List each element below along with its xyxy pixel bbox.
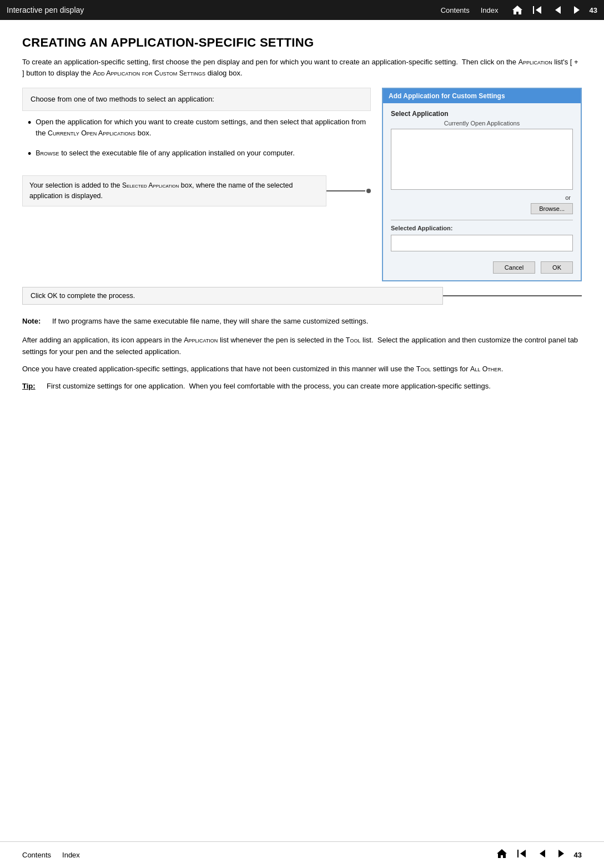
bullet-text-2: Browse to select the executable file of … [36, 148, 294, 159]
main-content: CREATING AN APPLICATION-SPECIFIC SETTING… [0, 20, 604, 409]
top-contents-link[interactable]: Contents [441, 6, 470, 14]
note-label: Note: [22, 316, 47, 327]
cancel-button[interactable]: Cancel [493, 261, 535, 274]
intro-paragraph: To create an application-specific settin… [22, 57, 582, 79]
note-text: If two programs have the same executable… [52, 316, 368, 327]
top-navigation-bar: Interactive pen display Contents Index [0, 0, 604, 20]
home-icon[interactable] [510, 4, 525, 16]
top-index-link[interactable]: Index [481, 6, 499, 14]
top-nav-area: Contents Index [441, 4, 597, 16]
bottom-nav-icons: 43 [494, 847, 582, 862]
bullet-item-2: • Browse to select the executable file o… [28, 148, 371, 159]
dialog-title-text: Add Application for Custom Settings [389, 92, 505, 100]
or-text: or [391, 194, 573, 201]
svg-marker-7 [520, 850, 526, 857]
first-page-icon[interactable] [530, 4, 545, 16]
svg-marker-8 [540, 850, 545, 857]
currently-open-label: Currently Open Applications [391, 120, 573, 127]
note-section: Note: If two programs have the same exec… [22, 316, 582, 327]
svg-marker-3 [555, 6, 561, 14]
click-ok-section: Click OK to complete the process. [22, 287, 582, 305]
right-column: Add Application for Custom Settings Sele… [382, 88, 582, 281]
two-column-layout: Choose from one of two methods to select… [22, 88, 582, 281]
svg-marker-4 [574, 6, 580, 14]
bottom-navigation-bar: Contents Index [0, 841, 604, 868]
ok-button[interactable]: OK [541, 261, 573, 274]
svg-marker-5 [497, 849, 507, 858]
currently-open-listbox[interactable] [391, 129, 573, 190]
body-para-1: After adding an application, its icon ap… [22, 335, 582, 358]
selected-application-label: Selected Application: [391, 225, 573, 231]
top-page-number: 43 [590, 6, 597, 14]
annotation-selected-row: Your selection is added to the Selected … [22, 175, 371, 206]
left-column: Choose from one of two methods to select… [22, 88, 371, 281]
document-title: Interactive pen display [7, 6, 84, 14]
browse-button[interactable]: Browse... [531, 203, 573, 214]
next-page-icon[interactable] [570, 4, 585, 16]
bottom-nav-left: Contents Index [22, 851, 80, 859]
svg-rect-6 [517, 850, 519, 857]
page-heading: CREATING AN APPLICATION-SPECIFIC SETTING [22, 36, 582, 50]
bullet-dot-2: • [28, 149, 31, 159]
tip-text: First customize settings for one applica… [47, 381, 491, 392]
method-list: • Open the application for which you wan… [28, 117, 371, 159]
bottom-prev-page-icon[interactable] [534, 847, 550, 862]
bottom-next-page-icon[interactable] [554, 847, 570, 862]
choose-method-box: Choose from one of two methods to select… [22, 88, 371, 111]
select-application-label: Select Application [391, 110, 573, 118]
bullet-text-1: Open the application for which you want … [36, 117, 371, 139]
dialog-body: Select Application Currently Open Applic… [383, 103, 581, 280]
bottom-index-link[interactable]: Index [62, 851, 80, 859]
bullet-dot-1: • [28, 118, 31, 128]
bottom-first-page-icon[interactable] [514, 847, 530, 862]
bottom-contents-link[interactable]: Contents [22, 851, 51, 859]
dialog-divider [391, 220, 573, 220]
svg-rect-1 [533, 6, 534, 14]
body-para-2: Once you have created application-specif… [22, 364, 582, 375]
tip-label: Tip: [22, 381, 41, 392]
browse-button-row: Browse... [391, 203, 573, 214]
bullet-item-1: • Open the application for which you wan… [28, 117, 371, 139]
bottom-page-number: 43 [574, 851, 582, 859]
annotation-selected-text: Your selection is added to the Selected … [22, 175, 326, 206]
click-ok-text: Click OK to complete the process. [22, 287, 443, 305]
dialog-title-bar: Add Application for Custom Settings [383, 89, 581, 103]
selected-application-box[interactable] [391, 235, 573, 251]
top-nav-icons: 43 [510, 4, 597, 16]
tip-row: Tip: First customize settings for one ap… [22, 381, 582, 392]
note-row: Note: If two programs have the same exec… [22, 316, 582, 327]
bottom-home-icon[interactable] [494, 847, 510, 862]
dialog-button-row: Cancel OK [391, 258, 573, 275]
choose-method-text: Choose from one of two methods to select… [31, 95, 214, 103]
svg-marker-9 [558, 850, 564, 857]
svg-marker-2 [536, 6, 541, 14]
svg-marker-0 [512, 6, 522, 14]
prev-page-icon[interactable] [550, 4, 565, 16]
add-application-dialog: Add Application for Custom Settings Sele… [382, 88, 582, 281]
